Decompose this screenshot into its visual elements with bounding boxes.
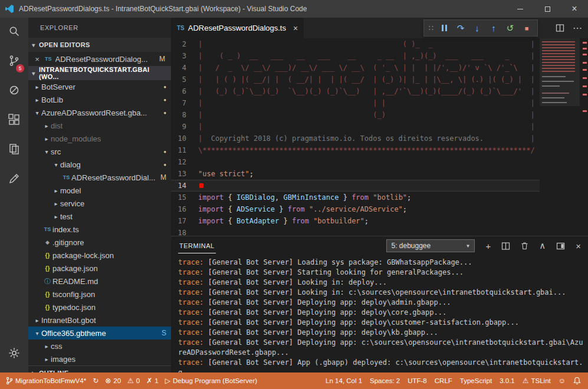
line-number: 18 — [171, 227, 198, 236]
debug-toolbar: ∷↷↓↑↺■ — [423, 19, 538, 37]
smiley-icon: ☺ — [559, 377, 566, 385]
tree-item-gitignore[interactable]: ◆.gitignore — [28, 236, 171, 249]
tree-item-typedoc-json[interactable]: {}typedoc.json — [28, 301, 171, 314]
extra-status[interactable]: ✗1 — [146, 377, 158, 385]
outline-section-header[interactable]: ▸ OUTLINE — [28, 365, 171, 372]
typescript-file-icon: TS — [45, 56, 52, 62]
minimap-content — [542, 41, 575, 73]
extensions-icon[interactable] — [0, 106, 28, 136]
open-editor-item[interactable]: × TS ADResetPasswordDialog... M — [28, 52, 171, 66]
git-branch-status[interactable]: MigrationToBotFmwV4* — [6, 377, 86, 385]
tree-item-src[interactable]: ▾src● — [28, 145, 171, 158]
ts-version-status[interactable]: 3.0.1 — [500, 377, 515, 384]
tree-item-model[interactable]: ▸model — [28, 184, 171, 197]
line-number: 15 — [171, 192, 198, 203]
editor-tab-bar: TS ADResetPasswordDialogs.ts × ∷↷↓↑↺■ ⋯ — [171, 18, 588, 38]
tree-item-office365-gbtheme[interactable]: ▾Office365.gbthemeS — [28, 327, 171, 339]
tree-item-service[interactable]: ▸service — [28, 197, 171, 210]
tree-item-package-json[interactable]: {}package.json — [28, 262, 171, 275]
errors-status[interactable]: ⊗20 — [105, 377, 121, 385]
sync-status[interactable]: ↻ — [93, 377, 98, 385]
close-panel-icon[interactable]: × — [576, 241, 581, 251]
cursor-position[interactable]: Ln 14, Col 1 — [326, 377, 362, 384]
source-control-icon[interactable]: 5 — [0, 47, 28, 77]
new-terminal-icon[interactable]: + — [485, 241, 491, 251]
minimize-button[interactable] — [507, 0, 534, 18]
tree-item-adresetpassworddial[interactable]: TSADResetPasswordDial...M — [28, 171, 171, 184]
step-over-button[interactable]: ↷ — [452, 21, 469, 36]
tree-item-label: package-lock.json — [52, 251, 114, 260]
tree-item-node-modules[interactable]: ▸node_modules — [28, 132, 171, 145]
title-bar: ADResetPasswordDialogs.ts - IntranetBotQ… — [0, 0, 588, 18]
tree-item-intranetbot-gbot[interactable]: ▸IntranetBot.gbot — [28, 314, 171, 327]
split-terminal-icon[interactable] — [501, 242, 510, 250]
notifications-item[interactable] — [573, 377, 581, 385]
warnings-status[interactable]: ⚠0 — [127, 377, 140, 385]
tree-item-images[interactable]: ▸images — [28, 352, 171, 365]
explorer-icon[interactable] — [0, 136, 28, 165]
language-status[interactable]: TypeScript — [460, 377, 492, 384]
tree-item-tsconfig-json[interactable]: {}tsconfig.json — [28, 288, 171, 301]
terminal-tab[interactable]: TERMINAL — [178, 238, 216, 253]
terminal-output[interactable]: trace: [General Bot Server] Loading sys … — [178, 258, 583, 372]
ts-file-icon: TS — [42, 226, 52, 232]
chevron-right-icon: ▸ — [42, 123, 51, 129]
tree-item-index-ts[interactable]: TSindex.ts — [28, 223, 171, 236]
maximize-button[interactable] — [534, 0, 561, 18]
tab-adresetpassworddialogs-ts[interactable]: TS ADResetPasswordDialogs.ts × — [171, 18, 304, 38]
terminal-line: trace: [General Bot Server] App (.gbapp)… — [178, 358, 583, 372]
step-into-button[interactable]: ↓ — [469, 21, 485, 36]
settings-icon[interactable] — [0, 339, 28, 369]
tslint-status[interactable]: ⚠TSLint — [523, 377, 551, 385]
open-editors-label: OPEN EDITORS — [39, 41, 90, 48]
gripper-handle[interactable]: ∷ — [426, 21, 436, 36]
more-actions-icon[interactable]: ⋯ — [573, 22, 582, 34]
tree-item-test[interactable]: ▸test — [28, 210, 171, 223]
code-line-9: 9| | — [171, 121, 588, 133]
window-controls: × — [507, 0, 588, 18]
workspace-section-header[interactable]: ▾ INTRANETBOTQUICKSTART.GBAI (WO... — [28, 66, 171, 80]
code-line-16: 16import { ADService } from "../service/… — [171, 203, 588, 215]
tree-item-package-lock-json[interactable]: {}package-lock.json — [28, 249, 171, 262]
stop-button[interactable]: ■ — [518, 21, 535, 36]
line-number: 17 — [171, 215, 198, 227]
tree-item-dist[interactable]: ▸dist — [28, 119, 171, 132]
panel-position-icon[interactable] — [556, 242, 565, 250]
close-window-button[interactable]: × — [561, 0, 588, 18]
git-file-icon: ◆ — [42, 239, 52, 245]
debug-status[interactable]: ▷Debug Program (BotServer) — [165, 377, 257, 385]
open-editors-header[interactable]: ▾ OPEN EDITORS — [28, 38, 171, 52]
tree-item-dialog[interactable]: ▾dialog● — [28, 158, 171, 171]
search-icon[interactable] — [0, 18, 28, 47]
encoding-status[interactable]: UTF-8 — [408, 377, 427, 384]
code-line-7: 7| | | | — [171, 97, 588, 109]
line-number: 3 — [171, 50, 198, 62]
kill-terminal-icon[interactable] — [521, 242, 528, 250]
json-file-icon: {} — [42, 291, 52, 298]
line-number: 10 — [171, 133, 198, 144]
git-modified-dot: ● — [163, 97, 166, 103]
code-editor[interactable]: 2| ( )_ _ |3| ( _ ) __ ___ __ ___ __ _ _… — [171, 38, 588, 236]
debug-icon[interactable] — [0, 77, 28, 106]
pause-button[interactable] — [436, 21, 452, 36]
maximize-panel-icon[interactable]: ∧ — [539, 240, 546, 251]
minimap[interactable] — [540, 38, 580, 236]
code-line-11: 11\*************************************… — [171, 144, 588, 156]
tree-item-azureadpasswordreset-gba[interactable]: ▾AzureADPasswordReset.gba...● — [28, 106, 171, 119]
tree-item-botlib[interactable]: ▸BotLib● — [28, 93, 171, 106]
step-out-button[interactable]: ↑ — [485, 21, 502, 36]
tree-item-css[interactable]: ▸css — [28, 339, 171, 352]
feedback-item[interactable]: ☺ — [559, 377, 566, 385]
tree-item-readme-md[interactable]: ⓘREADME.md — [28, 275, 171, 288]
split-editor-icon[interactable] — [556, 24, 564, 32]
restart-button[interactable]: ↺ — [502, 21, 518, 36]
close-tab-icon[interactable]: × — [293, 24, 298, 33]
close-editor-icon[interactable]: × — [33, 55, 41, 64]
minimap-line — [542, 76, 566, 77]
tree-item-botserver[interactable]: ▸BotServer● — [28, 80, 171, 93]
indentation-status[interactable]: Spaces: 2 — [370, 377, 400, 384]
terminal-session-select[interactable]: 5: debuggee ▼ — [386, 239, 475, 252]
edit-icon[interactable] — [0, 165, 28, 194]
debug-line-marker — [199, 183, 203, 188]
eol-status[interactable]: CRLF — [435, 377, 452, 384]
